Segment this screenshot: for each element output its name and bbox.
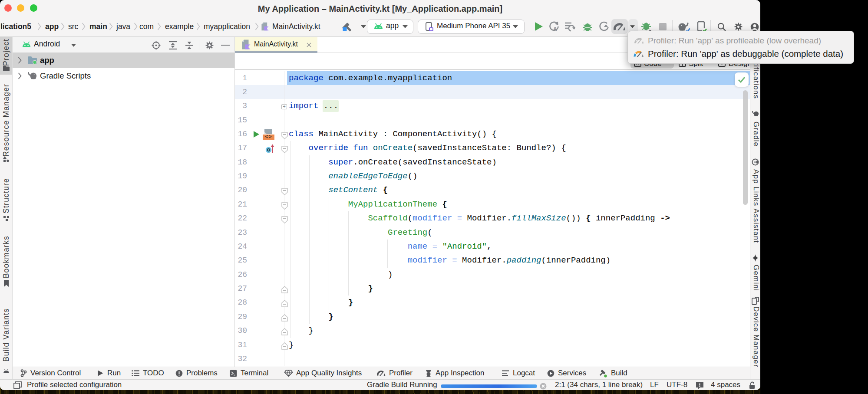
svg-text:A: A	[553, 26, 557, 32]
